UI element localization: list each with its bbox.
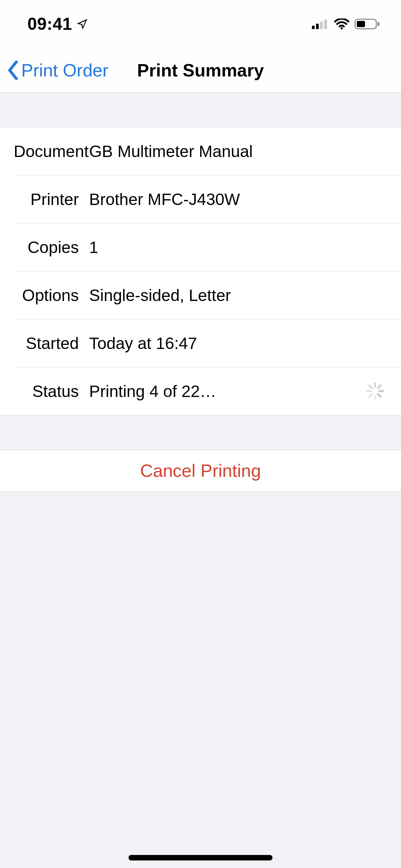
status-bar-right xyxy=(312,18,380,30)
row-label: Copies xyxy=(14,238,89,257)
detail-row-started: Started Today at 16:47 xyxy=(0,319,401,367)
status-bar: 09:41 xyxy=(0,0,401,48)
row-label: Status xyxy=(14,382,89,401)
location-icon xyxy=(77,19,88,29)
row-value: Printing 4 of 22… xyxy=(89,382,365,401)
back-button-label: Print Order xyxy=(21,60,108,81)
svg-point-4 xyxy=(341,27,343,29)
row-value: GB Multimeter Manual xyxy=(89,142,387,161)
section-gap xyxy=(0,415,401,450)
svg-rect-2 xyxy=(320,22,323,29)
svg-rect-7 xyxy=(377,22,379,26)
detail-list: Document GB Multimeter Manual Printer Br… xyxy=(0,127,401,415)
loading-spinner-icon xyxy=(365,382,385,400)
nav-bar: Print Order Print Summary xyxy=(0,48,401,93)
wifi-icon xyxy=(334,19,350,29)
row-value: Brother MFC-J430W xyxy=(89,190,387,209)
home-indicator[interactable] xyxy=(129,855,272,860)
detail-row-document: Document GB Multimeter Manual xyxy=(0,127,401,175)
screen: 09:41 xyxy=(0,0,401,868)
section-gap xyxy=(0,93,401,127)
svg-rect-3 xyxy=(324,20,327,29)
row-label: Printer xyxy=(14,190,89,209)
cellular-signal-icon xyxy=(312,19,329,29)
row-value: Today at 16:47 xyxy=(89,334,387,353)
detail-row-options: Options Single-sided, Letter xyxy=(0,271,401,319)
action-row-cancel[interactable]: Cancel Printing xyxy=(0,450,401,491)
cancel-printing-button[interactable]: Cancel Printing xyxy=(140,460,261,481)
detail-row-status: Status Printing 4 of 22… xyxy=(0,367,401,415)
row-label: Document xyxy=(14,142,89,161)
battery-icon xyxy=(354,18,380,30)
svg-rect-6 xyxy=(357,21,365,27)
row-label: Options xyxy=(14,286,89,305)
row-value: Single-sided, Letter xyxy=(89,286,387,305)
row-label: Started xyxy=(14,334,89,353)
detail-row-printer: Printer Brother MFC-J430W xyxy=(0,175,401,223)
status-bar-left: 09:41 xyxy=(27,14,88,34)
back-button[interactable]: Print Order xyxy=(0,60,108,81)
action-list: Cancel Printing xyxy=(0,450,401,492)
row-value: 1 xyxy=(89,238,387,257)
svg-rect-0 xyxy=(312,26,315,29)
chevron-left-icon xyxy=(7,61,19,80)
svg-rect-1 xyxy=(316,24,319,29)
detail-row-copies: Copies 1 xyxy=(0,223,401,271)
status-time: 09:41 xyxy=(27,14,72,34)
